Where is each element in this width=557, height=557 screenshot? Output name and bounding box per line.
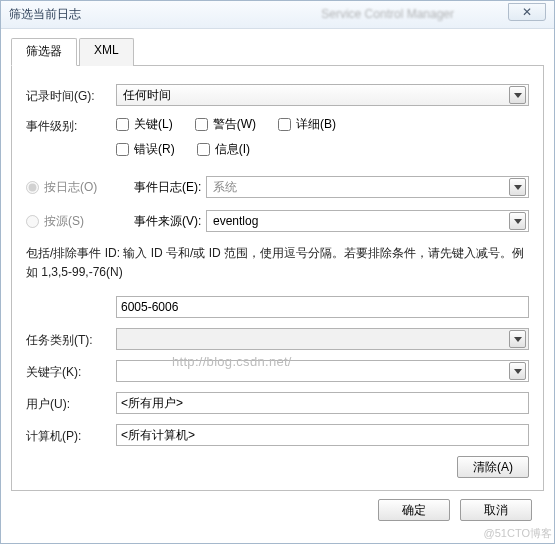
log-time-value: 任何时间	[123, 87, 171, 104]
label-event-level: 事件级别:	[26, 116, 116, 135]
close-icon: ✕	[522, 5, 532, 19]
label-keywords: 关键字(K):	[26, 362, 116, 381]
dropdown-icon	[509, 362, 526, 380]
filter-dialog: 筛选当前日志 Service Control Manager ✕ 筛选器 XML…	[0, 0, 555, 544]
label-user: 用户(U):	[26, 394, 116, 413]
event-log-value: 系统	[213, 179, 237, 196]
radio-by-log[interactable]	[26, 181, 39, 194]
task-category-select[interactable]	[116, 328, 529, 350]
event-source-select[interactable]: eventlog	[206, 210, 529, 232]
computer-input[interactable]	[116, 424, 529, 446]
label-by-log: 按日志(O)	[44, 179, 97, 196]
tab-filter[interactable]: 筛选器	[11, 38, 77, 66]
dialog-footer: 确定 取消	[11, 491, 544, 533]
corner-watermark: @51CTO博客	[484, 526, 552, 541]
checkbox-info[interactable]: 信息(I)	[197, 141, 250, 158]
dropdown-icon	[509, 330, 526, 348]
dropdown-icon	[509, 178, 526, 196]
tab-strip: 筛选器 XML	[11, 37, 544, 66]
checkbox-error[interactable]: 错误(R)	[116, 141, 175, 158]
label-by-source: 按源(S)	[44, 213, 84, 230]
label-event-source: 事件来源(V):	[134, 213, 206, 230]
label-event-log: 事件日志(E):	[134, 179, 206, 196]
keywords-select[interactable]	[116, 360, 529, 382]
label-task-category: 任务类别(T):	[26, 330, 116, 349]
checkbox-warning[interactable]: 警告(W)	[195, 116, 256, 133]
event-id-input[interactable]	[116, 296, 529, 318]
dropdown-icon	[509, 212, 526, 230]
ok-button[interactable]: 确定	[378, 499, 450, 521]
close-button[interactable]: ✕	[508, 3, 546, 21]
window-title: 筛选当前日志	[9, 6, 81, 23]
label-log-time: 记录时间(G):	[26, 86, 116, 105]
cancel-button[interactable]: 取消	[460, 499, 532, 521]
checkbox-verbose[interactable]: 详细(B)	[278, 116, 336, 133]
clear-button[interactable]: 清除(A)	[457, 456, 529, 478]
tab-xml[interactable]: XML	[79, 38, 134, 66]
event-source-value: eventlog	[213, 214, 258, 228]
checkbox-critical[interactable]: 关键(L)	[116, 116, 173, 133]
titlebar: 筛选当前日志 Service Control Manager ✕	[1, 1, 554, 29]
filter-panel: http://blog.csdn.net/ 记录时间(G): 任何时间 事件级别…	[11, 66, 544, 491]
radio-by-source[interactable]	[26, 215, 39, 228]
content-area: 筛选器 XML http://blog.csdn.net/ 记录时间(G): 任…	[1, 29, 554, 543]
id-help-text: 包括/排除事件 ID: 输入 ID 号和/或 ID 范围，使用逗号分隔。若要排除…	[26, 244, 529, 282]
event-log-select[interactable]: 系统	[206, 176, 529, 198]
log-time-select[interactable]: 任何时间	[116, 84, 529, 106]
user-input[interactable]	[116, 392, 529, 414]
background-app-name: Service Control Manager	[321, 7, 454, 21]
dropdown-icon	[509, 86, 526, 104]
label-computer: 计算机(P):	[26, 426, 116, 445]
